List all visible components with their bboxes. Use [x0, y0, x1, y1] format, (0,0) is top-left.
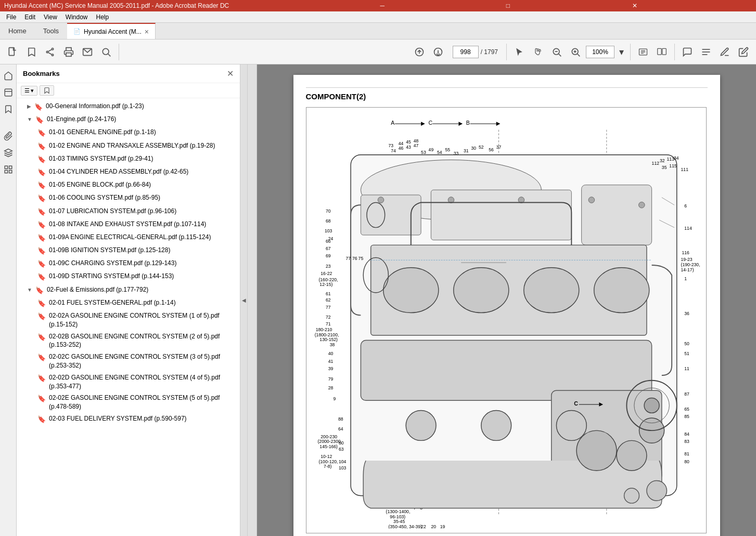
- select-tool-button[interactable]: [511, 44, 528, 60]
- bookmark-doc-icon: 🔖: [37, 394, 46, 403]
- left-icon-layers2[interactable]: [1, 146, 16, 160]
- bookmarks-close-button[interactable]: ✕: [227, 69, 234, 79]
- svg-rect-34: [5, 171, 7, 173]
- bookmark-text: 02-02E GASOLINE ENGINE CONTROL SYSTEM (5…: [49, 394, 236, 411]
- menu-file[interactable]: File: [2, 12, 20, 22]
- bookmarks-view-dropdown[interactable]: ☰▾: [21, 86, 37, 96]
- share-button[interactable]: [42, 44, 58, 60]
- maximize-button[interactable]: □: [504, 2, 626, 9]
- tab-close-button[interactable]: ×: [145, 28, 149, 36]
- bookmark-item[interactable]: 🔖 02-02A GASOLINE ENGINE CONTROL SYSTEM …: [17, 310, 240, 331]
- left-icon-layers[interactable]: [1, 85, 16, 100]
- fill-sign-button[interactable]: [735, 44, 752, 60]
- left-icon-attachment[interactable]: [1, 129, 16, 143]
- svg-text:C: C: [574, 400, 578, 407]
- multi-page-button[interactable]: [654, 44, 670, 60]
- bookmark-item[interactable]: 🔖 01-02 ENGINE AND TRANSAXLE ASSEMBLY.pd…: [17, 140, 240, 153]
- svg-text:22: 22: [421, 524, 426, 529]
- bookmark-item[interactable]: 🔖 02-01 FUEL SYSTEM-GENERAL.pdf (p.1-14): [17, 297, 240, 310]
- bookmarks-scrollbar[interactable]: [248, 64, 257, 536]
- bookmark-item[interactable]: 🔖 01-06 COOLING SYSTEM.pdf (p.85-95): [17, 192, 240, 205]
- svg-text:84: 84: [684, 432, 689, 437]
- page-number-input[interactable]: 998: [453, 46, 479, 58]
- left-icon-tools[interactable]: [1, 162, 16, 177]
- bookmark-doc-icon: 🔖: [37, 246, 46, 256]
- svg-text:96-103): 96-103): [390, 514, 405, 519]
- bookmark-text: 01-04 CYLINDER HEAD ASSEMBLY.pdf (p.42-6…: [49, 167, 236, 176]
- svg-marker-37: [421, 122, 425, 126]
- bookmark-item[interactable]: ▼ 🔖 02-Fuel & Emissions.pdf (p.177-792): [17, 284, 240, 297]
- zoom-dropdown-button[interactable]: ▾: [617, 44, 626, 60]
- bookmark-doc-icon: 🔖: [37, 272, 46, 282]
- diagram-container: A C B: [306, 107, 707, 533]
- page-up-button[interactable]: [411, 44, 428, 60]
- bookmark-item[interactable]: 🔖 01-08 INTAKE AND EXHAUST SYSTEM.pdf (p…: [17, 218, 240, 231]
- bookmark-item[interactable]: 🔖 01-07 LUBRICATION SYSTEM.pdf (p.96-106…: [17, 205, 240, 218]
- bookmark-item[interactable]: 🔖 02-03 FUEL DELIVERY SYSTEM.pdf (p.590-…: [17, 413, 240, 426]
- tools-tab[interactable]: Tools: [35, 23, 67, 39]
- bookmark-item[interactable]: 🔖 01-04 CYLINDER HEAD ASSEMBLY.pdf (p.42…: [17, 166, 240, 179]
- bookmark-item[interactable]: 🔖 01-09B IGNITION SYSTEM.pdf (p.125-128): [17, 244, 240, 257]
- home-tab[interactable]: Home: [0, 23, 35, 39]
- zoom-out-button[interactable]: [548, 44, 565, 60]
- minimize-button[interactable]: ─: [378, 2, 500, 9]
- menu-edit[interactable]: Edit: [20, 12, 40, 22]
- close-window-button[interactable]: ✕: [630, 2, 752, 9]
- email-button[interactable]: [79, 44, 96, 60]
- svg-rect-28: [5, 89, 12, 96]
- bookmark-item[interactable]: 🔖 01-03 TIMING SYSTEM.pdf (p.29-41): [17, 153, 240, 166]
- menu-window[interactable]: Window: [61, 12, 92, 22]
- print-button[interactable]: [60, 44, 77, 60]
- comment-button[interactable]: [679, 44, 696, 60]
- panel-collapse-handle[interactable]: ◀: [240, 64, 248, 536]
- bookmarks-list: ▶ 🔖 00-General Information.pdf (p.1-23) …: [17, 98, 240, 536]
- bookmark-item[interactable]: 🔖 02-02D GASOLINE ENGINE CONTROL SYSTEM …: [17, 372, 240, 393]
- bookmark-item[interactable]: 🔖 02-02B GASOLINE ENGINE CONTROL SYSTEM …: [17, 331, 240, 351]
- svg-text:7-8): 7-8): [324, 464, 332, 469]
- menu-view[interactable]: View: [40, 12, 61, 22]
- svg-line-18: [578, 54, 580, 56]
- svg-text:113: 113: [667, 156, 674, 162]
- svg-text:81: 81: [684, 451, 689, 456]
- menu-help[interactable]: Help: [92, 12, 113, 22]
- bookmark-item[interactable]: 🔖 02-02C GASOLINE ENGINE CONTROL SYSTEM …: [17, 351, 240, 372]
- svg-text:80: 80: [684, 459, 689, 464]
- bookmark-item[interactable]: 🔖 01-01 GENERAL ENGINE.pdf (p.1-18): [17, 126, 240, 139]
- page-down-button[interactable]: [430, 44, 446, 60]
- svg-text:87: 87: [684, 391, 689, 397]
- svg-text:9: 9: [333, 396, 336, 401]
- zoom-input[interactable]: [586, 46, 614, 58]
- bookmark-button[interactable]: [23, 44, 40, 60]
- left-icon-home[interactable]: [1, 69, 16, 83]
- document-tab[interactable]: 📄 Hyundai Accent (M... ×: [67, 23, 156, 39]
- new-file-button[interactable]: [4, 44, 21, 60]
- left-icon-bookmark[interactable]: [1, 102, 16, 116]
- bookmark-item[interactable]: 🔖 01-05 ENGINE BLOCK.pdf (p.66-84): [17, 179, 240, 192]
- bookmark-item[interactable]: 🔖 01-09A ENGINE ELECTRICAL-GENERAL.pdf (…: [17, 231, 240, 244]
- highlight-button[interactable]: [716, 44, 733, 60]
- bookmark-text: 01-09B IGNITION SYSTEM.pdf (p.125-128): [49, 246, 236, 255]
- bookmark-item[interactable]: 🔖 02-02E GASOLINE ENGINE CONTROL SYSTEM …: [17, 392, 240, 413]
- bookmark-item[interactable]: 🔖 01-09C CHARGING SYSTEM.pdf (p.129-143): [17, 257, 240, 270]
- bookmark-item[interactable]: ▼ 🔖 01-Engine.pdf (p.24-176): [17, 113, 240, 126]
- window-title: Hyundai Accent (MC) Service Manual 2005-…: [4, 2, 378, 9]
- svg-text:71: 71: [325, 321, 330, 326]
- bookmark-text: 02-Fuel & Emissions.pdf (p.177-792): [47, 285, 236, 294]
- hand-tool-button[interactable]: [530, 44, 546, 60]
- markup-button[interactable]: [698, 44, 714, 60]
- bookmark-doc-icon: 🔖: [37, 128, 46, 138]
- zoom-control: ▾: [586, 44, 626, 60]
- search-button[interactable]: [98, 44, 114, 60]
- svg-text:(160-220,: (160-220,: [318, 277, 338, 282]
- bookmark-text: 01-08 INTAKE AND EXHAUST SYSTEM.pdf (p.1…: [49, 220, 236, 229]
- svg-text:56: 56: [489, 147, 494, 152]
- bookmarks-expand-button[interactable]: [40, 85, 54, 96]
- fit-page-button[interactable]: [635, 44, 651, 60]
- bookmark-item[interactable]: ▶ 🔖 00-General Information.pdf (p.1-23): [17, 100, 240, 113]
- zoom-in-button[interactable]: [567, 44, 584, 60]
- tab-bar: Home Tools 📄 Hyundai Accent (M... ×: [0, 23, 756, 40]
- svg-text:(1800-2100,: (1800-2100,: [314, 332, 339, 337]
- bookmark-item[interactable]: 🔖 01-09D STARTING SYSTEM.pdf (p.144-153): [17, 270, 240, 283]
- svg-marker-43: [496, 122, 500, 126]
- svg-text:52: 52: [478, 145, 483, 150]
